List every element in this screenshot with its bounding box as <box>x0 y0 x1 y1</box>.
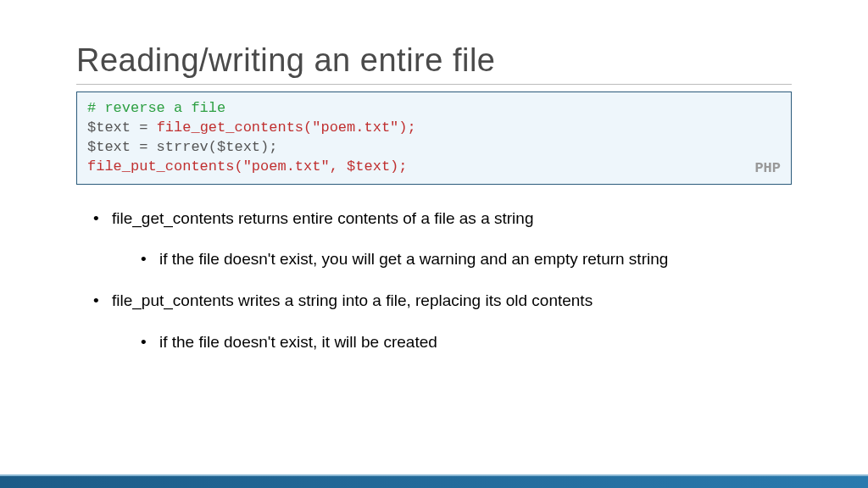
sub-bullet-text: if the file doesn't exist, it will be cr… <box>159 333 437 351</box>
code-string: poem.txt <box>252 158 321 175</box>
code-line-1: # reverse a file <box>87 99 781 119</box>
code-paren: (" <box>234 158 251 175</box>
code-line-2: $text = file_get_contents("poem.txt"); <box>87 119 781 138</box>
code-line-3: $text = strrev($text); <box>87 138 781 158</box>
sub-bullet-item: if the file doesn't exist, you will get … <box>141 249 792 270</box>
bullet-list: file_get_contents returns entire content… <box>76 208 792 353</box>
code-paren-close: "); <box>390 119 416 136</box>
code-comment: # reverse a file <box>87 100 225 116</box>
code-func: file_put_contents <box>87 158 234 175</box>
bullet-text: file_get_contents returns entire content… <box>112 209 533 227</box>
code-line-4: file_put_contents("poem.txt", $text); <box>87 158 781 177</box>
code-paren: (" <box>303 119 320 136</box>
code-box: # reverse a file $text = file_get_conten… <box>76 92 792 185</box>
code-var: $text = <box>87 119 157 136</box>
sub-bullet-text: if the file doesn't exist, you will get … <box>159 250 668 268</box>
language-label: PHP <box>754 159 781 179</box>
code-text: $text = strrev($text); <box>87 139 277 155</box>
sub-bullet-list: if the file doesn't exist, it will be cr… <box>112 332 792 353</box>
bullet-text: file_put_contents writes a string into a… <box>112 291 593 309</box>
sub-bullet-item: if the file doesn't exist, it will be cr… <box>141 332 792 353</box>
bullet-item: file_get_contents returns entire content… <box>93 208 792 270</box>
code-remainder: ", $text); <box>320 158 407 175</box>
bullet-item: file_put_contents writes a string into a… <box>93 291 792 352</box>
bottom-accent-bar <box>0 474 868 488</box>
slide-content: Reading/writing an entire file # reverse… <box>0 0 868 488</box>
sub-bullet-list: if the file doesn't exist, you will get … <box>112 249 792 270</box>
code-string: poem.txt <box>320 119 390 136</box>
code-func: file_get_contents <box>157 119 303 136</box>
title-underline <box>76 84 792 85</box>
slide-title: Reading/writing an entire file <box>76 42 792 79</box>
